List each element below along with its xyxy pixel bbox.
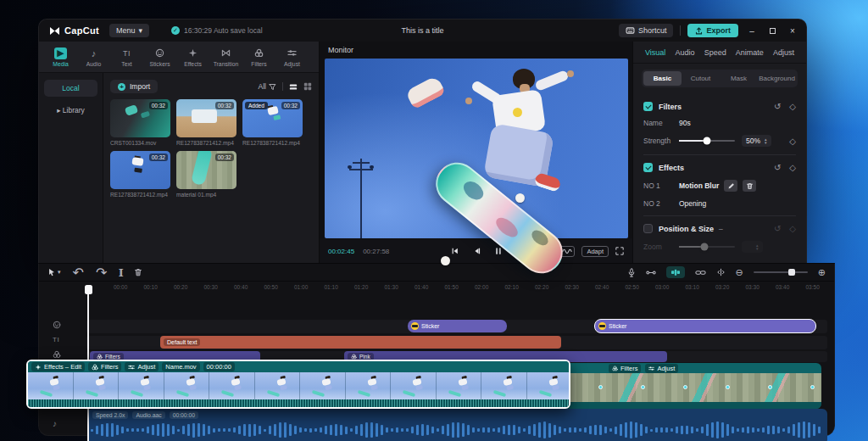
record-voiceover-icon[interactable] — [627, 268, 636, 277]
media-item[interactable]: 00:32 CRST001334.mov — [110, 99, 170, 146]
text-clip[interactable]: Default text — [160, 336, 561, 349]
subtab-background[interactable]: Background — [758, 71, 796, 86]
keyframe-dot[interactable] — [810, 385, 815, 389]
subtab-basic[interactable]: Basic — [643, 71, 682, 86]
maximize-button[interactable] — [765, 26, 779, 36]
tab-adjust-props[interactable]: Adjust — [773, 48, 794, 57]
film-frame — [255, 372, 301, 399]
sticker-clip-2-selected[interactable]: Sticker — [594, 319, 816, 333]
keyframe-diamond-icon[interactable]: ◇ — [789, 137, 796, 146]
undo-button[interactable]: ↶ — [73, 265, 84, 281]
export-button[interactable]: Export — [687, 24, 738, 37]
media-item[interactable]: 00:32 RE127838721412.mp4 — [176, 99, 236, 146]
project-title: This is a title — [401, 26, 443, 35]
effects-edit-button[interactable]: Effects – Edit — [31, 362, 85, 371]
filters-section-title: Filters — [659, 103, 682, 111]
close-button[interactable]: × — [786, 26, 799, 36]
filters-checkbox[interactable] — [643, 102, 653, 111]
media-icon: ▶ — [54, 47, 67, 59]
text-icon: TI — [123, 47, 131, 59]
keyframe-dot[interactable] — [598, 385, 603, 389]
media-item[interactable]: Added 00:32 RE127838721412.mp4 — [242, 99, 303, 146]
subtab-mask[interactable]: Mask — [720, 71, 758, 86]
sidebar-item-local[interactable]: Local — [44, 80, 97, 97]
timeline-zoom-slider[interactable] — [754, 271, 808, 273]
adjust-icon — [287, 47, 297, 59]
ruler-tick: 00:10 — [144, 284, 158, 290]
menu-button[interactable]: Menu ▾ — [109, 24, 149, 37]
tab-transition[interactable]: Transition — [209, 47, 242, 67]
magnet-snapping-icon[interactable] — [646, 269, 656, 276]
strength-value-box[interactable]: 50% ▴▾ — [742, 135, 771, 147]
keyframe-dot[interactable] — [726, 385, 730, 389]
tab-label: Audio — [86, 61, 101, 67]
keyframe-diamond-icon[interactable]: ◇ — [789, 102, 796, 111]
clip-timecode: 00:00:00 — [203, 362, 235, 371]
keyframe-dot[interactable] — [641, 385, 645, 389]
duration-badge: 00:32 — [149, 102, 168, 109]
filter-all-dropdown[interactable]: All — [259, 82, 276, 91]
fullscreen-icon[interactable] — [615, 247, 624, 255]
reset-icon[interactable]: ↺ — [774, 102, 781, 111]
tab-speed[interactable]: Speed — [704, 48, 726, 57]
split-view-icon[interactable] — [716, 268, 726, 276]
clip-filters-button[interactable]: Filters — [88, 362, 121, 371]
tab-effects[interactable]: Effects — [176, 47, 209, 67]
stepper-icons[interactable]: ▴▾ — [765, 137, 767, 144]
zoom-in-icon[interactable]: ⊕ — [818, 267, 826, 278]
duration-badge: 00:32 — [215, 102, 234, 109]
clip-adjust-button[interactable]: Adjust — [125, 362, 159, 371]
keyframe-dot[interactable] — [683, 385, 687, 389]
zoom-value-box: ▴▾ — [742, 241, 763, 253]
media-item[interactable]: 00:32 material 01.mp4 — [176, 151, 236, 198]
selected-video-clip[interactable]: Effects – Edit Filters Adjust Name.mov 0… — [26, 360, 570, 409]
media-thumbnail: 00:32 — [176, 99, 236, 137]
split-button[interactable]: ][ — [119, 268, 122, 276]
redo-button[interactable]: ↷ — [96, 265, 107, 281]
zoom-out-icon[interactable]: ⊖ — [736, 267, 743, 278]
tab-stickers[interactable]: Stickers — [143, 47, 176, 67]
strength-slider[interactable] — [679, 140, 735, 142]
tab-filters[interactable]: Filters — [242, 47, 275, 67]
keyframe-dot[interactable] — [768, 385, 772, 389]
audio-clip[interactable]: Speed 2.0x Audio.aac 00:00:00 — [87, 409, 827, 441]
previous-frame-button[interactable] — [472, 247, 481, 255]
chevron-down-icon: ▾ — [138, 26, 142, 35]
adapt-label: Adapt — [587, 248, 604, 255]
duration-badge: 00:32 — [149, 154, 168, 161]
ruler-tick: 03:00 — [655, 284, 669, 290]
keyframe-diamond-icon[interactable]: ◇ — [789, 163, 796, 172]
collapse-icon[interactable]: – — [719, 225, 723, 233]
media-item[interactable]: 00:32 RE127838721412.mp4 — [110, 151, 170, 198]
tab-audio[interactable]: ♪ Audio — [77, 47, 110, 67]
link-clips-icon[interactable] — [695, 269, 706, 276]
tab-adjust[interactable]: Adjust — [275, 47, 309, 67]
grid-view-icon[interactable] — [303, 82, 312, 91]
delete-button[interactable] — [134, 268, 142, 276]
select-tool-button[interactable]: ▾ — [47, 268, 61, 277]
tab-audio-props[interactable]: Audio — [675, 48, 694, 57]
skateboard-wheel — [441, 256, 450, 265]
tab-text[interactable]: TI Text — [110, 47, 143, 67]
shortcut-button[interactable]: Shortcut — [619, 24, 674, 37]
tab-animate[interactable]: Animate — [736, 48, 764, 57]
tab-media[interactable]: ▶ Media — [44, 47, 77, 67]
skip-start-button[interactable] — [450, 247, 459, 255]
delete-effect-button[interactable] — [743, 180, 756, 192]
pause-button[interactable] — [494, 247, 502, 255]
minimize-button[interactable]: – — [745, 26, 759, 36]
import-button[interactable]: + Import — [110, 80, 158, 93]
playhead-handle[interactable] — [85, 285, 92, 294]
subtab-cutout[interactable]: Cutout — [682, 71, 720, 86]
reset-icon[interactable]: ↺ — [774, 163, 781, 172]
sidebar-item-library[interactable]: ▸ Library — [44, 102, 97, 119]
list-view-icon[interactable] — [289, 83, 298, 91]
effects-checkbox[interactable] — [643, 163, 653, 172]
main-track-magnet-icon[interactable] — [666, 266, 685, 278]
tab-visual[interactable]: Visual — [645, 48, 665, 57]
adapt-dropdown[interactable]: Adapt — [581, 246, 609, 257]
edit-effect-button[interactable] — [724, 180, 737, 192]
sticker-clip-1[interactable]: Sticker — [408, 320, 507, 332]
time-ruler[interactable]: 00:0000:1000:2000:3000:4000:5001:0001:10… — [39, 282, 834, 294]
position-size-checkbox[interactable] — [643, 224, 653, 233]
